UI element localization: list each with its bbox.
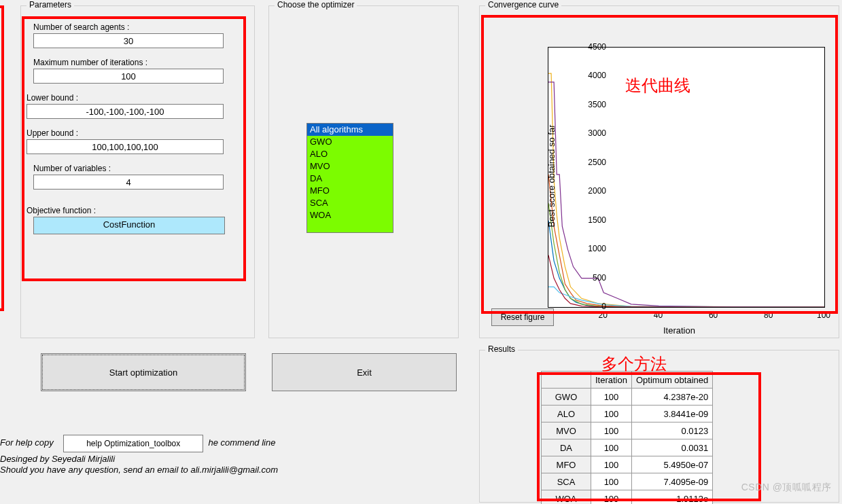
series-gwo	[548, 221, 824, 307]
x-axis-label: Iteration	[663, 325, 695, 336]
y-tick: 1000	[579, 244, 606, 253]
results-legend: Results	[485, 344, 518, 354]
table-row: MFO1005.4950e-07	[542, 456, 713, 473]
row-iter: 100	[591, 406, 632, 422]
results-header	[542, 372, 591, 389]
table-row: SCA1007.4095e-09	[542, 473, 713, 490]
convergence-panel: Convergence curve 0500100015002000250030…	[479, 5, 839, 338]
help-suffix: he commend line	[208, 437, 275, 448]
y-axis-label: Best score obtained so far	[546, 124, 557, 227]
obj-label: Objective function :	[27, 206, 254, 215]
convergence-legend: Convergence curve	[485, 0, 561, 10]
row-iter: 100	[591, 473, 632, 490]
credit-line-1: Desinged by Seyedali Mirjalili	[0, 454, 278, 465]
agents-label: Number of search agents :	[33, 22, 254, 32]
x-tick: 80	[758, 310, 779, 320]
credit-line-2: Should you have any question, send an em…	[0, 465, 278, 475]
y-tick: 3000	[579, 128, 606, 138]
table-row: GWO1004.2387e-20	[542, 389, 713, 406]
nvar-input[interactable]	[33, 175, 224, 190]
row-optimum: 1.9113e	[631, 490, 712, 505]
optimizer-item-mfo[interactable]: MFO	[307, 185, 393, 197]
highlight-left-sliver	[0, 5, 4, 311]
y-tick: 500	[579, 273, 606, 283]
parameters-legend: Parameters	[27, 0, 74, 10]
row-optimum: 0.0123	[631, 422, 712, 439]
maxiter-label: Maximum number of iterations :	[33, 58, 254, 67]
objective-function-button[interactable]: CostFunction	[33, 217, 225, 234]
agents-input[interactable]	[33, 33, 224, 48]
optimizer-panel: Choose the optimizer All algorithmsGWOAL…	[268, 5, 459, 338]
row-iter: 100	[591, 389, 632, 406]
watermark: CSDN @顶呱呱程序	[741, 482, 832, 494]
x-tick: 40	[648, 310, 668, 320]
help-row: For help copy he commend line	[0, 435, 275, 452]
optimizer-item-all-algorithms[interactable]: All algorithms	[307, 124, 393, 136]
row-name: GWO	[542, 389, 591, 406]
optimizer-item-gwo[interactable]: GWO	[307, 136, 393, 148]
table-row: DA1000.0031	[542, 439, 713, 456]
ub-input[interactable]	[27, 139, 224, 154]
row-name: DA	[542, 439, 591, 456]
row-optimum: 0.0031	[631, 439, 712, 456]
annotation-methods: 多个方法	[601, 353, 667, 375]
table-row: WOA1001.9113e	[542, 490, 713, 505]
row-iter: 100	[591, 456, 632, 473]
y-tick: 4000	[579, 71, 606, 80]
row-iter: 100	[591, 439, 632, 456]
y-tick: 0	[579, 302, 606, 311]
row-optimum: 7.4095e-09	[631, 473, 712, 490]
credits: Desinged by Seyedali Mirjalili Should yo…	[0, 454, 278, 475]
optimizer-listbox[interactable]: All algorithmsGWOALOMVODAMFOSCAWOA	[306, 123, 393, 233]
row-iter: 100	[591, 422, 632, 439]
x-tick: 100	[813, 310, 834, 320]
reset-figure-button[interactable]: Reset figure	[491, 308, 554, 326]
table-row: MVO1000.0123	[542, 422, 713, 439]
y-tick: 2500	[579, 158, 606, 167]
lb-label: Lower bound :	[27, 93, 254, 103]
help-prefix: For help copy	[0, 437, 54, 448]
optimizer-item-da[interactable]: DA	[307, 173, 393, 185]
row-name: SCA	[542, 473, 591, 490]
row-name: MVO	[542, 422, 591, 439]
nvar-label: Number of variables :	[33, 164, 254, 173]
row-name: ALO	[542, 406, 591, 422]
optimizer-item-alo[interactable]: ALO	[307, 148, 393, 160]
lb-input[interactable]	[27, 104, 224, 119]
x-tick: 60	[703, 310, 724, 320]
row-name: MFO	[542, 456, 591, 473]
row-optimum: 4.2387e-20	[631, 389, 712, 406]
y-tick: 3500	[579, 100, 606, 109]
maxiter-input[interactable]	[33, 69, 224, 84]
y-tick: 2000	[579, 186, 606, 196]
optimizer-item-mvo[interactable]: MVO	[307, 160, 393, 173]
table-row: ALO1003.8441e-09	[542, 406, 713, 422]
results-table: IterationOptimum obtainedGWO1004.2387e-2…	[541, 371, 713, 504]
optimizer-item-sca[interactable]: SCA	[307, 197, 393, 209]
parameters-panel: Parameters Number of search agents : Max…	[20, 5, 255, 338]
y-tick: 1500	[579, 215, 606, 225]
annotation-curve: 迭代曲线	[625, 75, 690, 96]
row-optimum: 3.8441e-09	[631, 406, 712, 422]
help-command-input[interactable]	[63, 435, 203, 452]
optimizer-legend: Choose the optimizer	[275, 0, 357, 10]
exit-button[interactable]: Exit	[272, 353, 457, 391]
row-iter: 100	[591, 490, 632, 505]
ub-label: Upper bound :	[27, 128, 254, 138]
optimizer-item-woa[interactable]: WOA	[307, 209, 393, 221]
row-optimum: 5.4950e-07	[631, 456, 712, 473]
start-button[interactable]: Start optimization	[41, 353, 246, 391]
y-tick: 4500	[579, 42, 606, 52]
x-tick: 20	[593, 310, 613, 320]
row-name: WOA	[542, 490, 591, 505]
